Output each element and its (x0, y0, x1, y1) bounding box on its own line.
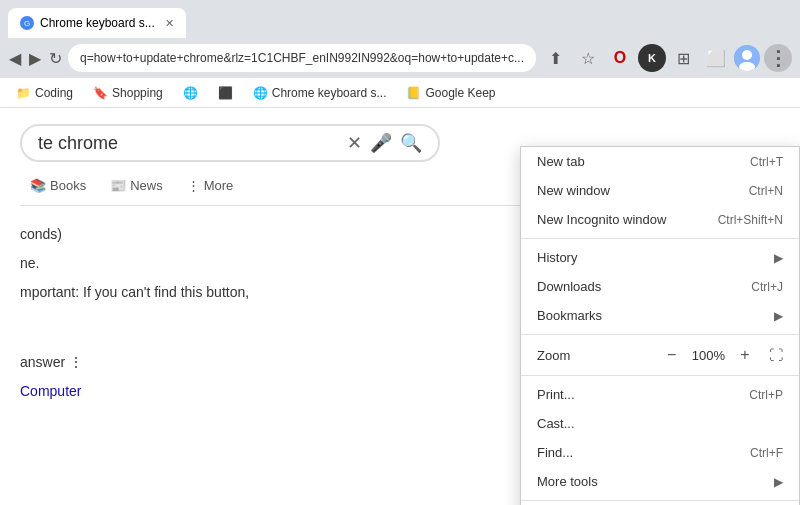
more-label: More (204, 178, 234, 193)
extensions-puzzle-icon[interactable]: ⊞ (670, 44, 698, 72)
menu-divider-1 (521, 238, 799, 239)
menu-zoom-row: Zoom − 100% + ⛶ (521, 339, 799, 371)
menu-new-tab-shortcut: Ctrl+T (750, 155, 783, 169)
menu-more-tools[interactable]: More tools ▶ (521, 467, 799, 496)
address-bar[interactable]: q=how+to+update+chrome&rlz=1C1CHBF_enIN9… (68, 44, 536, 72)
menu-history-arrow: ▶ (774, 251, 783, 265)
menu-more-tools-label: More tools (537, 474, 598, 489)
menu-print[interactable]: Print... Ctrl+P (521, 380, 799, 409)
menu-new-tab[interactable]: New tab Ctrl+T (521, 147, 799, 176)
zoom-increase-button[interactable]: + (733, 343, 757, 367)
tab-books[interactable]: 📚 Books (20, 174, 96, 197)
menu-downloads-label: Downloads (537, 279, 601, 294)
menu-new-tab-label: New tab (537, 154, 585, 169)
toolbar-icons: ⬆ ☆ O K ⊞ ⬜ ⋮ (542, 44, 792, 72)
menu-print-shortcut: Ctrl+P (749, 388, 783, 402)
tab-more[interactable]: ⋮ More (177, 174, 244, 197)
keep-icon: 📒 (406, 86, 421, 100)
back-button[interactable]: ◀ (8, 44, 22, 72)
menu-downloads[interactable]: Downloads Ctrl+J (521, 272, 799, 301)
menu-history-label: History (537, 250, 577, 265)
more-icon: ⋮ (187, 178, 200, 193)
tab-news[interactable]: 📰 News (100, 174, 173, 197)
news-label: News (130, 178, 163, 193)
menu-new-incognito-shortcut: Ctrl+Shift+N (718, 213, 783, 227)
forward-button[interactable]: ▶ (28, 44, 42, 72)
bookmark-shopping[interactable]: 🔖 Shopping (85, 84, 171, 102)
menu-cast-label: Cast... (537, 416, 575, 431)
chrome-kb-icon: 🌐 (253, 86, 268, 100)
menu-divider-4 (521, 500, 799, 501)
menu-new-incognito-label: New Incognito window (537, 212, 666, 227)
svg-point-1 (742, 50, 752, 60)
menu-find-shortcut: Ctrl+F (750, 446, 783, 460)
dark-icon: ⬛ (218, 86, 233, 100)
share-icon[interactable]: ⬆ (542, 44, 570, 72)
bookmark-chrome-keyboard[interactable]: 🌐 Chrome keyboard s... (245, 84, 395, 102)
search-mic-button[interactable]: 🎤 (370, 132, 392, 154)
menu-new-window-label: New window (537, 183, 610, 198)
menu-divider-2 (521, 334, 799, 335)
menu-new-window-shortcut: Ctrl+N (749, 184, 783, 198)
bookmark-google-keep[interactable]: 📒 Google Keep (398, 84, 503, 102)
menu-new-window[interactable]: New window Ctrl+N (521, 176, 799, 205)
chrome-dropdown-menu: New tab Ctrl+T New window Ctrl+N New Inc… (520, 146, 800, 505)
books-icon: 📚 (30, 178, 46, 193)
search-box[interactable]: te chrome ✕ 🎤 🔍 (20, 124, 440, 162)
bookmark-shopping-label: Shopping (112, 86, 163, 100)
menu-bookmarks-arrow: ▶ (774, 309, 783, 323)
search-query: te chrome (38, 133, 339, 154)
bookmark-coding[interactable]: 📁 Coding (8, 84, 81, 102)
extension-icon[interactable]: K (638, 44, 666, 72)
main-content: te chrome ✕ 🎤 🔍 📚 Books 📰 News ⋮ More To… (0, 108, 800, 505)
bookmarks-bar: 📁 Coding 🔖 Shopping 🌐 ⬛ 🌐 Chrome keyboar… (0, 78, 800, 108)
window-icon[interactable]: ⬜ (702, 44, 730, 72)
avatar-icon[interactable] (734, 45, 760, 71)
address-bar-row: ◀ ▶ ↻ q=how+to+update+chrome&rlz=1C1CHBF… (0, 38, 800, 78)
menu-more-tools-arrow: ▶ (774, 475, 783, 489)
zoom-level: 100% (692, 348, 725, 363)
menu-find[interactable]: Find... Ctrl+F (521, 438, 799, 467)
menu-find-label: Find... (537, 445, 573, 460)
books-label: Books (50, 178, 86, 193)
browser-top-bar: G Chrome keyboard s... ✕ (0, 0, 800, 38)
coding-folder-icon: 📁 (16, 86, 31, 100)
menu-history[interactable]: History ▶ (521, 243, 799, 272)
address-text: q=how+to+update+chrome&rlz=1C1CHBF_enIN9… (80, 51, 524, 65)
tab-close-button[interactable]: ✕ (165, 17, 174, 30)
bookmark-chrome-label: Chrome keyboard s... (272, 86, 387, 100)
bookmark-star-icon[interactable]: ☆ (574, 44, 602, 72)
bookmark-globe1[interactable]: 🌐 (175, 84, 206, 102)
tab-favicon: G (20, 16, 34, 30)
search-submit-button[interactable]: 🔍 (400, 132, 422, 154)
tab-bar: G Chrome keyboard s... ✕ (8, 0, 792, 38)
chrome-menu-button[interactable]: ⋮ (764, 44, 792, 72)
menu-zoom-label: Zoom (537, 348, 570, 363)
menu-bookmarks[interactable]: Bookmarks ▶ (521, 301, 799, 330)
tab-title: Chrome keyboard s... (40, 16, 155, 30)
refresh-button[interactable]: ↻ (48, 44, 62, 72)
menu-cast[interactable]: Cast... (521, 409, 799, 438)
search-clear-button[interactable]: ✕ (347, 132, 362, 154)
menu-print-label: Print... (537, 387, 575, 402)
menu-divider-3 (521, 375, 799, 376)
menu-downloads-shortcut: Ctrl+J (751, 280, 783, 294)
content-computer-link[interactable]: Computer (20, 383, 81, 399)
active-tab[interactable]: G Chrome keyboard s... ✕ (8, 8, 186, 38)
news-icon: 📰 (110, 178, 126, 193)
zoom-fullscreen-button[interactable]: ⛶ (769, 347, 783, 363)
bookmark-keep-label: Google Keep (425, 86, 495, 100)
menu-bookmarks-label: Bookmarks (537, 308, 602, 323)
shopping-icon: 🔖 (93, 86, 108, 100)
bookmark-coding-label: Coding (35, 86, 73, 100)
bookmark-dark[interactable]: ⬛ (210, 84, 241, 102)
zoom-decrease-button[interactable]: − (660, 343, 684, 367)
globe1-icon: 🌐 (183, 86, 198, 100)
menu-new-incognito[interactable]: New Incognito window Ctrl+Shift+N (521, 205, 799, 234)
opera-icon[interactable]: O (606, 44, 634, 72)
